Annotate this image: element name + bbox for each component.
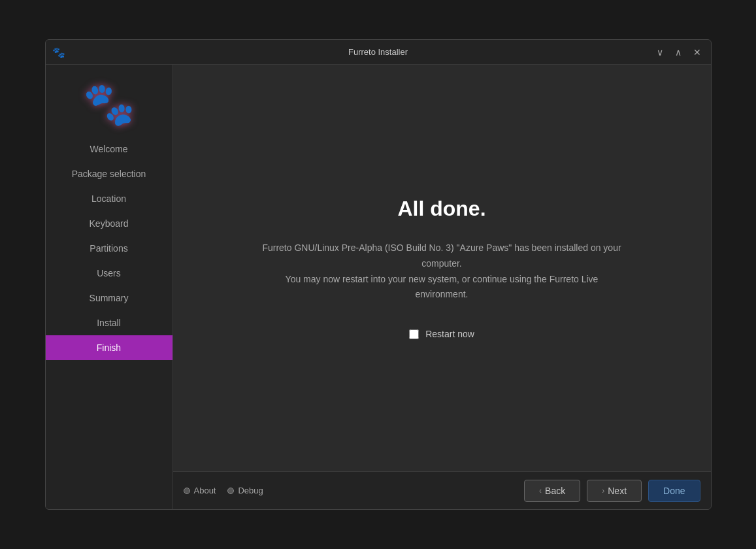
- sidebar-item-welcome[interactable]: Welcome: [46, 137, 173, 161]
- titlebar: 🐾 Furreto Installer ∨ ∧ ✕: [46, 40, 711, 65]
- restart-label[interactable]: Restart now: [425, 329, 474, 339]
- footer-right: ‹ Back › Next Done: [524, 480, 700, 502]
- sidebar-item-users[interactable]: Users: [46, 261, 173, 286]
- about-label: About: [194, 486, 216, 495]
- minimize-button[interactable]: ∨: [653, 46, 666, 58]
- back-label: Back: [545, 486, 565, 496]
- logo-area: 🐾: [46, 71, 173, 137]
- back-chevron-icon: ‹: [539, 486, 542, 495]
- sidebar-item-finish[interactable]: Finish: [46, 335, 173, 360]
- page-heading: All done.: [397, 197, 485, 221]
- debug-icon: [227, 488, 234, 494]
- maximize-button[interactable]: ∧: [672, 46, 685, 58]
- footer: About Debug ‹ Back › Next: [173, 471, 711, 509]
- back-button[interactable]: ‹ Back: [524, 480, 580, 502]
- debug-label: Debug: [238, 486, 263, 495]
- main-content: All done. Furreto GNU/Linux Pre-Alpha (I…: [173, 65, 711, 509]
- restart-row: Restart now: [409, 329, 474, 339]
- nav-items: Welcome Package selection Location Keybo…: [46, 137, 173, 509]
- installer-window: 🐾 Furreto Installer ∨ ∧ ✕ 🐾 Welcome Pack…: [45, 39, 712, 510]
- sidebar: 🐾 Welcome Package selection Location Key…: [46, 65, 173, 509]
- done-button[interactable]: Done: [648, 480, 700, 502]
- debug-button[interactable]: Debug: [227, 486, 263, 495]
- app-icon: 🐾: [52, 46, 64, 58]
- content-area: 🐾 Welcome Package selection Location Key…: [46, 65, 711, 509]
- next-button[interactable]: › Next: [587, 480, 642, 502]
- titlebar-controls: ∨ ∧ ✕: [653, 46, 704, 58]
- done-label: Done: [663, 486, 685, 496]
- window-title: Furreto Installer: [348, 47, 408, 57]
- description-text: Furreto GNU/Linux Pre-Alpha (ISO Build N…: [259, 241, 625, 303]
- description-line1: Furreto GNU/Linux Pre-Alpha (ISO Build N…: [262, 242, 621, 269]
- description-line2: You may now restart into your new system…: [286, 274, 599, 300]
- sidebar-item-install[interactable]: Install: [46, 310, 173, 335]
- sidebar-item-location[interactable]: Location: [46, 186, 173, 211]
- sidebar-item-keyboard[interactable]: Keyboard: [46, 211, 173, 236]
- next-chevron-icon: ›: [602, 486, 604, 495]
- about-icon: [184, 488, 190, 494]
- logo-icon: 🐾: [83, 80, 135, 129]
- sidebar-item-package-selection[interactable]: Package selection: [46, 161, 173, 186]
- sidebar-item-summary[interactable]: Summary: [46, 286, 173, 310]
- close-button[interactable]: ✕: [690, 46, 704, 58]
- next-label: Next: [608, 486, 627, 496]
- about-button[interactable]: About: [184, 486, 216, 495]
- restart-checkbox[interactable]: [409, 329, 419, 339]
- footer-left: About Debug: [184, 486, 263, 495]
- sidebar-item-partitions[interactable]: Partitions: [46, 236, 173, 261]
- main-body: All done. Furreto GNU/Linux Pre-Alpha (I…: [173, 65, 711, 471]
